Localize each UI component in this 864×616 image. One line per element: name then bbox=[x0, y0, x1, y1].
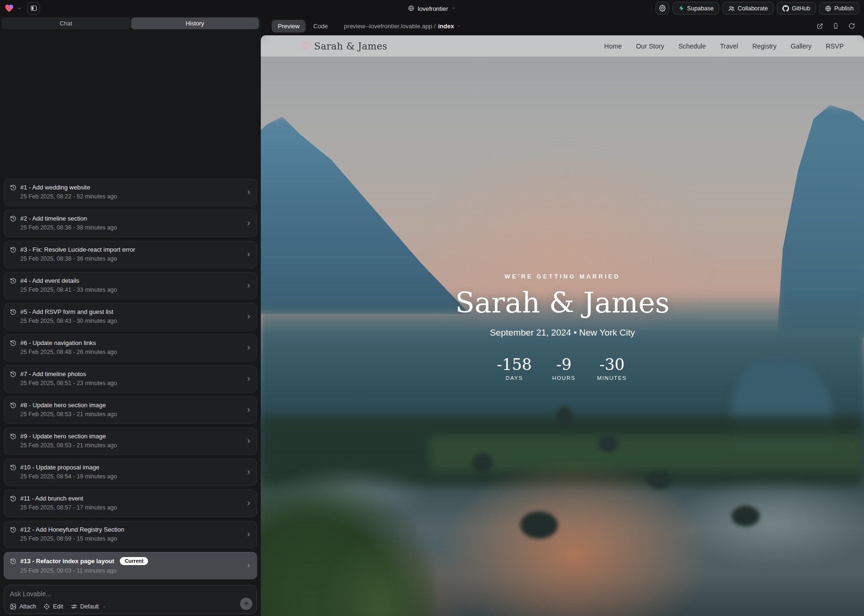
prompt-input[interactable]: Ask Lovable... bbox=[10, 590, 251, 598]
history-clock-icon bbox=[10, 340, 17, 346]
nav-link-rsvp[interactable]: RSVP bbox=[826, 42, 844, 50]
chevron-right-icon bbox=[246, 252, 252, 258]
history-item-timestamp: 25 Feb 2025, 08:38 - 36 minutes ago bbox=[20, 255, 241, 262]
arrow-up-icon bbox=[243, 601, 249, 607]
preview-toolbar: Preview Code preview--lovefrontier.lovab… bbox=[261, 16, 864, 35]
history-item[interactable]: #11 - Add brunch event 25 Feb 2025, 08:5… bbox=[4, 490, 257, 517]
bg-sunset-reflection2 bbox=[297, 541, 490, 616]
send-button[interactable] bbox=[240, 598, 252, 610]
edit-button[interactable]: Edit bbox=[43, 603, 63, 610]
history-item-title: #13 - Refactor index page layout bbox=[20, 558, 114, 565]
history-clock-icon bbox=[10, 278, 17, 284]
nav-link-schedule[interactable]: Schedule bbox=[678, 42, 706, 50]
github-label: GitHub bbox=[792, 5, 810, 12]
countdown-hours: -9HOURS bbox=[548, 357, 580, 381]
chevron-right-icon bbox=[246, 532, 252, 538]
history-item[interactable]: #6 - Update navigation links 25 Feb 2025… bbox=[4, 334, 257, 361]
history-item[interactable]: #8 - Update hero section image 25 Feb 20… bbox=[4, 396, 257, 424]
project-chevron-down-icon bbox=[451, 6, 456, 11]
history-item-timestamp: 25 Feb 2025, 08:36 - 38 minutes ago bbox=[20, 224, 241, 231]
history-item-timestamp: 25 Feb 2025, 08:51 - 23 minutes ago bbox=[20, 380, 241, 386]
history-item[interactable]: #4 - Add event details 25 Feb 2025, 08:4… bbox=[4, 272, 257, 299]
countdown-days: -158DAYS bbox=[497, 357, 532, 381]
chevron-right-icon bbox=[246, 221, 252, 227]
refresh-button[interactable] bbox=[846, 20, 857, 32]
collaborate-button[interactable]: Collaborate bbox=[723, 2, 773, 15]
nav-link-travel[interactable]: Travel bbox=[720, 42, 738, 50]
countdown-label: MINUTES bbox=[597, 375, 627, 381]
attach-button[interactable]: Attach bbox=[10, 603, 36, 610]
history-clock-icon bbox=[10, 495, 17, 502]
github-icon bbox=[782, 5, 789, 12]
site-header: Sarah & James HomeOur StoryScheduleTrave… bbox=[261, 35, 864, 57]
topbar: lovefrontier Supabase bbox=[0, 0, 864, 16]
mode-select[interactable]: Default bbox=[71, 603, 107, 610]
countdown-label: DAYS bbox=[506, 375, 523, 381]
history-item-timestamp: 25 Feb 2025, 08:48 - 26 minutes ago bbox=[20, 349, 241, 355]
history-item-timestamp: 25 Feb 2025, 08:57 - 17 minutes ago bbox=[20, 504, 241, 511]
sidebar-toggle-button[interactable] bbox=[27, 2, 40, 15]
history-item[interactable]: #13 - Refactor index page layout Current… bbox=[4, 552, 257, 579]
history-item[interactable]: #3 - Fix: Resolve Lucide-react import er… bbox=[4, 241, 257, 268]
history-item-title: #6 - Update navigation links bbox=[20, 339, 96, 346]
open-in-new-tab-button[interactable] bbox=[814, 20, 825, 32]
nav-link-home[interactable]: Home bbox=[604, 42, 622, 50]
nav-link-registry[interactable]: Registry bbox=[752, 42, 776, 50]
bg-grassband bbox=[430, 436, 864, 471]
history-item-title: #12 - Add Honeyfund Registry Section bbox=[20, 526, 124, 533]
chevron-right-icon bbox=[246, 283, 252, 289]
hero: WE'RE GETTING MARRIED Sarah & James Sept… bbox=[261, 273, 864, 381]
lovable-logo-icon[interactable] bbox=[5, 4, 14, 13]
history-clock-icon bbox=[10, 371, 17, 378]
mode-label: Default bbox=[80, 603, 99, 610]
image-icon bbox=[10, 603, 17, 610]
countdown-minutes: -30MINUTES bbox=[596, 357, 628, 381]
history-item[interactable]: #12 - Add Honeyfund Registry Section 25 … bbox=[4, 521, 257, 548]
settings-button[interactable] bbox=[656, 2, 669, 15]
countdown-value: -9 bbox=[556, 357, 571, 372]
history-clock-icon bbox=[10, 246, 17, 253]
history-item[interactable]: #1 - Add wedding website 25 Feb 2025, 08… bbox=[4, 179, 257, 206]
bg-rock bbox=[598, 436, 618, 452]
supabase-icon bbox=[678, 5, 684, 11]
history-item[interactable]: #2 - Add timeline section 25 Feb 2025, 0… bbox=[4, 210, 257, 237]
history-item-title: #11 - Add brunch event bbox=[20, 495, 83, 502]
url-chevron-down-icon bbox=[457, 24, 461, 28]
history-clock-icon bbox=[10, 215, 17, 222]
history-item[interactable]: #5 - Add RSVP form and guest list 25 Feb… bbox=[4, 303, 257, 330]
bg-water-light2 bbox=[273, 465, 430, 523]
supabase-button[interactable]: Supabase bbox=[673, 2, 719, 15]
attach-label: Attach bbox=[19, 603, 36, 610]
nav-link-gallery[interactable]: Gallery bbox=[791, 42, 812, 50]
history-clock-icon bbox=[10, 402, 17, 409]
preview-url[interactable]: preview--lovefrontier.lovable.app / inde… bbox=[344, 23, 460, 30]
sidebar: Chat History #1 - Add wedding website 25… bbox=[0, 16, 261, 616]
chevron-right-icon bbox=[246, 469, 252, 476]
tab-code[interactable]: Code bbox=[307, 23, 333, 30]
history-item[interactable]: #10 - Update proposal image 25 Feb 2025,… bbox=[4, 459, 257, 486]
tab-history[interactable]: History bbox=[131, 17, 259, 29]
users-icon bbox=[728, 5, 735, 12]
project-switcher[interactable]: lovefrontier bbox=[408, 5, 456, 12]
history-clock-icon bbox=[10, 309, 17, 315]
bg-rock bbox=[472, 453, 493, 472]
site-page: Sarah & James HomeOur StoryScheduleTrave… bbox=[261, 35, 864, 616]
lovable-app: lovefrontier Supabase bbox=[0, 0, 864, 616]
countdown: -158DAYS-9HOURS-30MINUTES bbox=[497, 357, 628, 381]
history-item[interactable]: #7 - Add timeline photos 25 Feb 2025, 08… bbox=[4, 365, 257, 393]
tab-preview[interactable]: Preview bbox=[272, 20, 306, 33]
history-item[interactable]: #9 - Update hero section image 25 Feb 20… bbox=[4, 427, 257, 455]
project-name: lovefrontier bbox=[418, 5, 448, 12]
history-clock-icon bbox=[10, 464, 17, 471]
nav-link-our-story[interactable]: Our Story bbox=[636, 42, 664, 50]
history-item-timestamp: 25 Feb 2025, 08:43 - 30 minutes ago bbox=[20, 318, 241, 324]
site-brand[interactable]: Sarah & James bbox=[301, 41, 387, 52]
history-item-timestamp: 25 Feb 2025, 08:54 - 19 minutes ago bbox=[20, 473, 241, 480]
target-icon bbox=[43, 603, 50, 610]
bg-rock bbox=[647, 471, 672, 489]
workspace-chevron-down-icon[interactable] bbox=[17, 6, 22, 11]
publish-button[interactable]: Publish bbox=[819, 2, 859, 15]
tab-chat[interactable]: Chat bbox=[2, 17, 130, 29]
github-button[interactable]: GitHub bbox=[777, 2, 816, 15]
mobile-view-button[interactable] bbox=[830, 20, 841, 32]
